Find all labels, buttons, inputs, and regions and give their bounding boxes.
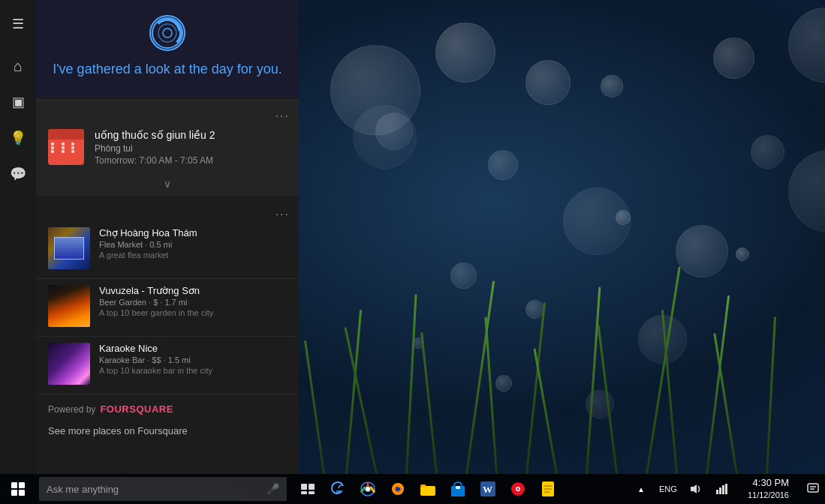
calendar-icon-top [48, 129, 84, 140]
place-desc-1: A great flea market [99, 250, 287, 260]
windows-logo [11, 482, 25, 496]
home-icon: ⌂ [14, 58, 23, 75]
taskbar: Ask me anything 🎤 [0, 474, 825, 504]
cortana-message: I've gathered a look at the day for you. [53, 60, 282, 79]
calendar-icon-grid [48, 140, 84, 154]
place-name-3: Karaoke Nice [99, 343, 287, 354]
place-thumb-2 [48, 285, 90, 327]
svg-rect-31 [725, 484, 727, 494]
powered-by-text: Powered by [48, 404, 95, 415]
feedback-icon: 💬 [10, 166, 26, 182]
file-explorer-button[interactable] [413, 474, 443, 504]
svg-point-1 [158, 24, 176, 42]
calendar-event-time: Tomorrow: 7:00 AM - 7:05 AM [95, 155, 287, 166]
place-thumb-3 [48, 343, 90, 385]
system-clock[interactable]: 4:30 PM 11/12/2016 [736, 474, 801, 504]
taskbar-icons: W [293, 474, 563, 504]
language-icon[interactable]: ENG [655, 474, 682, 504]
tray-clock: 4:30 PM [748, 477, 789, 490]
svg-point-2 [163, 28, 172, 38]
taskbar-search-bar[interactable]: Ask me anything 🎤 [39, 477, 287, 501]
place-info-2: Vuvuzela - Trường Sơn Beer Garden · $ · … [99, 285, 287, 317]
see-more-places-link[interactable]: See more places on Foursquare [36, 421, 299, 447]
search-placeholder-text: Ask me anything [47, 484, 119, 495]
place-info-1: Chợ Hoàng Hoa Thám Flea Market · 0.5 mi … [99, 227, 287, 260]
tray-date: 11/12/2016 [748, 490, 789, 500]
sidebar-monitor-button[interactable]: ▣ [0, 84, 36, 120]
place-desc-3: A top 10 karaoke bar in the city [99, 366, 287, 375]
sidebar-bulb-button[interactable]: 💡 [0, 120, 36, 156]
foursquare-logo: FOURSQUARE [100, 404, 173, 415]
svg-rect-6 [309, 491, 315, 494]
svg-rect-4 [309, 484, 315, 490]
sidebar-feedback-button[interactable]: 💬 [0, 156, 36, 192]
calendar-icon [48, 129, 84, 165]
places-card-header: ... [36, 199, 299, 221]
calendar-text: uống thuốc số giun liều 2 Phòng tui Tomo… [95, 129, 287, 166]
foursquare-attribution: Powered by FOURSQUARE [36, 394, 299, 421]
place-thumb-1 [48, 227, 90, 269]
start-menu-sidebar: ☰ ⌂ ▣ 💡 💬 [0, 0, 36, 474]
calendar-event-location: Phòng tui [95, 143, 287, 154]
bulb-icon: 💡 [10, 130, 26, 146]
taskbar-right: ▲ ENG 4:30 PM 11/12/2016 [628, 474, 825, 504]
grass-decoration [300, 249, 825, 474]
place-name-2: Vuvuzela - Trường Sơn [99, 285, 287, 296]
svg-rect-18 [456, 486, 460, 489]
cortana-logo [149, 15, 185, 51]
place-item-3[interactable]: Karaoke Nice Karaoke Bar · $$ · 1.5 mi A… [36, 337, 299, 394]
notes-button[interactable] [533, 474, 563, 504]
sidebar-hamburger-button[interactable]: ☰ [0, 6, 36, 42]
volume-icon[interactable] [682, 474, 709, 504]
cortana-header: I've gathered a look at the day for you. [36, 0, 299, 97]
svg-rect-5 [301, 491, 307, 494]
place-desc-2: A top 10 beer garden in the city [99, 308, 287, 317]
place-meta-2: Beer Garden · $ · 1.7 mi [99, 298, 287, 307]
place-meta-1: Flea Market · 0.5 mi [99, 240, 287, 249]
calendar-card-content: uống thuốc số giun liều 2 Phòng tui Tomo… [36, 123, 299, 175]
place-item-2[interactable]: Vuvuzela - Trường Sơn Beer Garden · $ · … [36, 279, 299, 337]
calendar-event-title: uống thuốc số giun liều 2 [95, 129, 287, 141]
monitor-icon: ▣ [12, 94, 25, 110]
calendar-expand-button[interactable]: ∨ [36, 175, 299, 196]
places-section: ... Chợ Hoàng Hoa Thám Flea Market · 0.5… [36, 199, 299, 474]
svg-point-9 [366, 487, 370, 491]
tray-time[interactable]: 4:30 PM 11/12/2016 [742, 477, 795, 500]
place-meta-3: Karaoke Bar · $$ · 1.5 mi [99, 356, 287, 364]
place-info-3: Karaoke Nice Karaoke Bar · $$ · 1.5 mi A… [99, 343, 287, 375]
svg-rect-16 [420, 486, 435, 496]
chevron-up-icon[interactable]: ▲ [628, 474, 655, 504]
calendar-card: ... uống thuốc số giun liều 2 Phòng tui … [36, 100, 299, 196]
svg-point-0 [152, 18, 182, 48]
places-more-button[interactable]: ... [276, 205, 290, 218]
microphone-icon[interactable]: 🎤 [266, 483, 279, 495]
edge-browser-button[interactable] [323, 474, 353, 504]
chrome-browser-button[interactable] [353, 474, 383, 504]
music-button[interactable] [503, 474, 533, 504]
sidebar-home-button[interactable]: ⌂ [0, 48, 36, 84]
place-name-1: Chợ Hoàng Hoa Thám [99, 227, 287, 238]
svg-rect-3 [301, 484, 307, 490]
svg-rect-29 [719, 488, 721, 494]
network-icon[interactable] [709, 474, 736, 504]
svg-rect-30 [722, 485, 724, 494]
svg-point-23 [517, 488, 519, 490]
cortana-panel: I've gathered a look at the day for you.… [36, 0, 299, 474]
firefox-browser-button[interactable] [383, 474, 413, 504]
svg-rect-28 [716, 490, 718, 494]
start-button[interactable] [0, 474, 36, 504]
task-view-button[interactable] [293, 474, 323, 504]
action-center-button[interactable] [801, 474, 825, 504]
calendar-card-header: ... [36, 100, 299, 123]
svg-rect-32 [808, 484, 818, 492]
svg-text:W: W [483, 484, 492, 495]
place-item-1[interactable]: Chợ Hoàng Hoa Thám Flea Market · 0.5 mi … [36, 221, 299, 279]
store-button[interactable] [443, 474, 473, 504]
word-button[interactable]: W [473, 474, 503, 504]
calendar-more-button[interactable]: ... [276, 106, 290, 120]
